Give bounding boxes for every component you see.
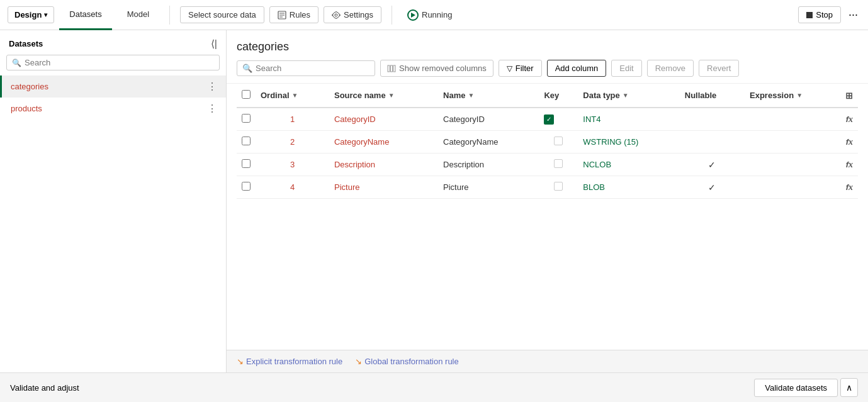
- svg-rect-5: [391, 65, 393, 72]
- toolbar-search-icon: 🔍: [242, 64, 252, 73]
- edit-button[interactable]: Edit: [611, 60, 641, 77]
- row-expression: fx: [745, 176, 858, 199]
- fx-icon[interactable]: fx: [846, 114, 853, 124]
- chevron-down-icon: ▾: [44, 11, 47, 18]
- nullable-checkmark: ✓: [708, 160, 716, 170]
- header-nullable: Nullable: [680, 84, 745, 108]
- row-nullable: [680, 108, 745, 131]
- search-input[interactable]: [25, 58, 214, 67]
- sidebar-item-categories[interactable]: categories ⋮: [0, 75, 226, 98]
- fx-icon[interactable]: fx: [846, 137, 853, 147]
- expand-button[interactable]: ∧: [840, 378, 858, 397]
- datatype-filter-icon[interactable]: ▼: [623, 92, 629, 99]
- sidebar-item-label: categories: [11, 82, 48, 91]
- running-circle-icon: [407, 9, 419, 21]
- row-checkbox[interactable]: [242, 114, 251, 123]
- table-header-row: Ordinal ▼ Source name ▼: [237, 84, 858, 108]
- design-label: Design: [14, 10, 42, 20]
- key-empty-checkbox: [554, 182, 563, 191]
- validate-datasets-button[interactable]: Validate datasets: [754, 379, 838, 397]
- table-row: 1 CategoryID CategoryID ✓ INT4 fx: [237, 108, 858, 131]
- row-name: Picture: [438, 176, 539, 199]
- sidebar: Datasets ⟨| 🔍 categories ⋮ products ⋮: [0, 30, 227, 372]
- key-empty-checkbox: [554, 137, 563, 145]
- header-source-name: Source name ▼: [329, 84, 438, 108]
- settings-button[interactable]: Settings: [324, 6, 381, 23]
- row-name: CategoryName: [438, 131, 539, 154]
- filter-button[interactable]: ▽ Filter: [499, 60, 542, 77]
- row-nullable: ✓: [680, 176, 745, 199]
- fx-icon[interactable]: fx: [846, 182, 853, 192]
- row-ordinal: 4: [256, 176, 329, 199]
- row-checkbox[interactable]: [242, 182, 251, 191]
- key-checked-icon: ✓: [544, 114, 554, 125]
- explicit-transform-link[interactable]: ↘ Explicit transformation rule: [237, 357, 342, 366]
- source-filter-icon[interactable]: ▼: [388, 92, 395, 99]
- row-expression: fx: [745, 154, 858, 176]
- more-icon[interactable]: ⋮: [207, 81, 217, 92]
- toolbar-search-input[interactable]: [256, 64, 369, 73]
- row-ordinal: 3: [256, 154, 329, 176]
- sidebar-header: Datasets ⟨|: [0, 30, 226, 55]
- toolbar-search-container: 🔍: [237, 60, 375, 76]
- row-nullable: ✓: [680, 154, 745, 176]
- table-row: 4 Picture Picture BLOB ✓ fx: [237, 176, 858, 199]
- search-icon: 🔍: [12, 59, 21, 67]
- sidebar-item-label: products: [11, 104, 42, 113]
- row-checkbox-cell: [237, 154, 256, 176]
- revert-button[interactable]: Revert: [699, 60, 739, 77]
- stop-icon: [806, 12, 813, 18]
- columns-table: Ordinal ▼ Source name ▼: [237, 84, 858, 199]
- row-checkbox-cell: [237, 131, 256, 154]
- tab-datasets[interactable]: Datasets: [59, 0, 111, 30]
- select-source-data-button[interactable]: Select source data: [180, 6, 264, 23]
- design-button[interactable]: Design ▾: [8, 6, 54, 23]
- name-filter-icon[interactable]: ▼: [468, 92, 474, 99]
- main-layout: Datasets ⟨| 🔍 categories ⋮ products ⋮ ca…: [0, 30, 868, 372]
- tab-model[interactable]: Model: [117, 0, 159, 30]
- select-all-header: [237, 84, 256, 108]
- show-removed-columns-button[interactable]: Show removed columns: [380, 60, 493, 77]
- row-checkbox[interactable]: [242, 137, 251, 145]
- gear-icon: [332, 11, 341, 20]
- global-transform-link[interactable]: ↘ Global transformation rule: [355, 357, 459, 366]
- running-status: Running: [407, 9, 452, 21]
- validate-adjust-label: Validate and adjust: [10, 383, 79, 393]
- stop-button[interactable]: Stop: [798, 6, 841, 23]
- sidebar-item-products[interactable]: products ⋮: [0, 98, 226, 120]
- add-column-button[interactable]: Add column: [547, 60, 607, 77]
- table-row: 2 CategoryName CategoryName WSTRING (15)…: [237, 131, 858, 154]
- row-source-name: CategoryID: [329, 108, 438, 131]
- row-nullable: [680, 131, 745, 154]
- grid-icon[interactable]: ⊞: [845, 91, 853, 101]
- svg-rect-4: [388, 65, 390, 72]
- ordinal-filter-icon[interactable]: ▼: [292, 92, 298, 99]
- row-source-name: Description: [329, 154, 438, 176]
- content-title: categories: [227, 30, 868, 53]
- explicit-arrow-icon: ↘: [237, 357, 244, 366]
- rules-icon: [278, 11, 286, 20]
- more-options-button[interactable]: ···: [846, 6, 860, 24]
- more-icon[interactable]: ⋮: [207, 103, 217, 114]
- rules-button[interactable]: Rules: [269, 6, 318, 23]
- sidebar-search-container: 🔍: [6, 55, 220, 70]
- row-checkbox[interactable]: [242, 159, 251, 168]
- footer: ↘ Explicit transformation rule ↘ Global …: [227, 350, 868, 372]
- row-key: [539, 154, 578, 176]
- row-key: ✓: [539, 108, 578, 131]
- bottom-bar: Validate and adjust Validate datasets ∧: [0, 372, 868, 402]
- expression-filter-icon[interactable]: ▼: [796, 92, 803, 99]
- row-name: CategoryID: [438, 108, 539, 131]
- table-container: Ordinal ▼ Source name ▼: [227, 84, 868, 350]
- header-name: Name ▼: [438, 84, 539, 108]
- row-name: Description: [438, 154, 539, 176]
- sidebar-collapse-button[interactable]: ⟨|: [211, 38, 217, 50]
- row-datatype: BLOB: [578, 176, 680, 199]
- separator: [169, 6, 170, 25]
- row-key: [539, 131, 578, 154]
- fx-icon[interactable]: fx: [846, 160, 853, 169]
- select-all-checkbox[interactable]: [242, 90, 251, 99]
- remove-button[interactable]: Remove: [647, 60, 694, 77]
- header-data-type: Data type ▼: [578, 84, 680, 108]
- footer-left: ↘ Explicit transformation rule ↘ Global …: [237, 357, 459, 366]
